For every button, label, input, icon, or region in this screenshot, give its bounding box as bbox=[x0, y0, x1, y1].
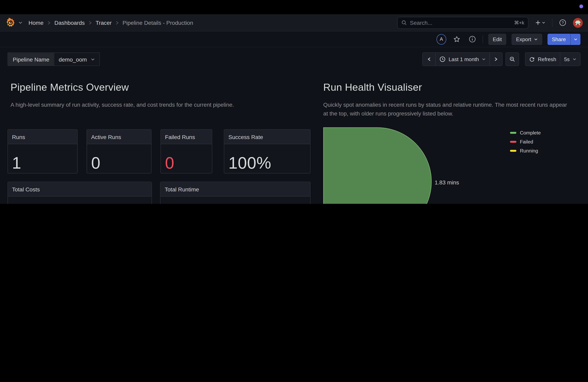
recording-indicator-dot bbox=[579, 5, 583, 8]
dashboard-canvas: Pipeline Metrics Overview A high-level s… bbox=[0, 71, 588, 204]
chevron-down-icon bbox=[573, 57, 576, 61]
star-icon[interactable] bbox=[452, 34, 462, 45]
stat-panel-value: 0 bbox=[91, 154, 101, 172]
legend-label: Complete bbox=[520, 130, 541, 136]
time-range-picker[interactable]: Last 1 month bbox=[435, 53, 489, 66]
refresh-button[interactable]: Refresh bbox=[525, 53, 560, 66]
stat-panel-title: Failed Runs bbox=[161, 130, 212, 144]
stat-panel-title: Success Rate bbox=[224, 130, 310, 144]
metrics-overview-subtitle: A high-level summary of run activity, su… bbox=[11, 100, 273, 109]
stat-panel-title: Total Costs bbox=[8, 182, 151, 197]
stat-panel-success-rate: Success Rate 100% bbox=[224, 129, 310, 173]
run-health-title: Run Health Visualiser bbox=[323, 82, 422, 93]
stat-panel-title: Total Runtime bbox=[161, 182, 310, 197]
stat-panel-total-runtime: Total Runtime 1.83 mins 1.83 mins Avg Ru… bbox=[160, 182, 311, 204]
os-top-strip bbox=[0, 0, 588, 14]
pipeline-name-picker: Pipeline Name demo_oom bbox=[8, 53, 100, 66]
toolbar-divider bbox=[483, 35, 483, 43]
legend-label: Failed bbox=[520, 139, 533, 145]
refresh-label: Refresh bbox=[538, 56, 556, 62]
help-icon[interactable]: ? bbox=[558, 18, 568, 28]
share-options-chevron[interactable] bbox=[570, 34, 581, 45]
legend-item-running[interactable]: Running bbox=[510, 148, 541, 154]
breadcrumb: Home Dashboards Tracer Pipeline Details … bbox=[29, 19, 193, 26]
pipeline-name-label: Pipeline Name bbox=[8, 53, 54, 66]
search-icon bbox=[401, 20, 407, 25]
navbar-right-group: Search... ⌘+k ? bbox=[397, 17, 583, 29]
legend-swatch bbox=[510, 150, 517, 152]
chevron-down-icon bbox=[91, 57, 95, 61]
export-button-label: Export bbox=[516, 36, 531, 42]
run-health-chart: 1.83 mins Complete Failed Running bbox=[323, 128, 585, 204]
share-button-group: Share bbox=[547, 34, 581, 45]
annotations-badge[interactable]: A bbox=[437, 34, 446, 45]
stat-panel-runs: Runs 1 bbox=[8, 129, 78, 173]
chevron-down-icon bbox=[482, 57, 486, 61]
dashboard-controls-row: Pipeline Name demo_oom Last 1 month bbox=[0, 47, 588, 71]
refresh-icon bbox=[529, 56, 535, 62]
stat-panel-value: 0 bbox=[165, 154, 174, 172]
stat-panel-title: Runs bbox=[8, 130, 77, 144]
breadcrumb-tracer[interactable]: Tracer bbox=[96, 19, 112, 26]
svg-text:?: ? bbox=[562, 20, 564, 25]
stat-panel-value: 1.83 mins bbox=[165, 203, 238, 204]
breadcrumb-home[interactable]: Home bbox=[29, 19, 43, 26]
share-button[interactable]: Share bbox=[547, 34, 570, 45]
run-health-bar[interactable] bbox=[323, 128, 432, 204]
chart-legend: Complete Failed Running bbox=[510, 130, 541, 154]
chevron-down-icon bbox=[574, 37, 578, 41]
time-range-group: Last 1 month bbox=[422, 53, 503, 66]
stat-panel-value: 1 bbox=[12, 154, 21, 172]
legend-item-complete[interactable]: Complete bbox=[510, 130, 541, 136]
breadcrumb-separator-icon bbox=[115, 20, 119, 25]
stat-panel-title: Active Runs bbox=[87, 130, 151, 144]
stat-panel-total-costs: Total Costs $0 $0 Avg Costs per Run bbox=[8, 182, 152, 204]
user-avatar[interactable] bbox=[573, 18, 583, 28]
time-shift-forward-button[interactable] bbox=[489, 53, 502, 66]
breadcrumb-separator-icon bbox=[47, 20, 51, 25]
navbar-divider bbox=[552, 19, 552, 27]
dashboard-info-icon[interactable] bbox=[467, 34, 477, 44]
legend-swatch bbox=[510, 132, 517, 134]
org-switcher-chevron-icon[interactable] bbox=[18, 20, 22, 25]
pipeline-name-value: demo_oom bbox=[59, 56, 87, 62]
export-button[interactable]: Export bbox=[512, 34, 542, 45]
add-new-button[interactable] bbox=[534, 18, 547, 27]
run-health-subtitle: Quickly spot anomalies in recent runs by… bbox=[323, 100, 571, 118]
refresh-interval-select[interactable]: 5s bbox=[560, 53, 580, 66]
dashboard-toolbar: A Edit Export Share bbox=[0, 32, 588, 47]
grafana-dashboard-screen: Home Dashboards Tracer Pipeline Details … bbox=[0, 0, 588, 204]
refresh-group: Refresh 5s bbox=[525, 53, 580, 66]
search-input[interactable]: Search... ⌘+k bbox=[397, 17, 528, 29]
breadcrumb-separator-icon bbox=[88, 20, 92, 25]
pipeline-name-select[interactable]: demo_oom bbox=[54, 53, 99, 66]
grafana-logo-icon[interactable] bbox=[5, 18, 15, 28]
stat-panel-value: 100% bbox=[228, 154, 272, 172]
top-navbar: Home Dashboards Tracer Pipeline Details … bbox=[0, 14, 588, 31]
breadcrumb-current-page: Pipeline Details - Production bbox=[123, 19, 193, 26]
edit-button[interactable]: Edit bbox=[488, 34, 506, 45]
stat-panel-failed-runs: Failed Runs 0 bbox=[161, 129, 212, 173]
legend-swatch bbox=[510, 141, 517, 143]
legend-item-failed[interactable]: Failed bbox=[510, 139, 541, 145]
time-zoom-out-button[interactable] bbox=[506, 53, 519, 66]
search-placeholder: Search... bbox=[410, 19, 511, 26]
stat-panel-value: $0 bbox=[12, 203, 31, 204]
search-shortcut: ⌘+k bbox=[514, 20, 524, 25]
metrics-overview-title: Pipeline Metrics Overview bbox=[11, 82, 129, 93]
stat-panel-active-runs: Active Runs 0 bbox=[87, 129, 151, 173]
legend-label: Running bbox=[520, 148, 538, 154]
time-shift-back-button[interactable] bbox=[423, 53, 436, 66]
refresh-interval-value: 5s bbox=[564, 56, 570, 62]
chevron-down-icon bbox=[534, 37, 538, 41]
breadcrumb-dashboards[interactable]: Dashboards bbox=[54, 19, 85, 26]
run-health-bar-label: 1.83 mins bbox=[435, 179, 459, 185]
time-range-label: Last 1 month bbox=[449, 56, 479, 62]
clock-icon bbox=[440, 56, 446, 62]
zoom-out-group bbox=[505, 53, 519, 66]
time-controls: Last 1 month Refresh 5s bbox=[422, 53, 581, 66]
